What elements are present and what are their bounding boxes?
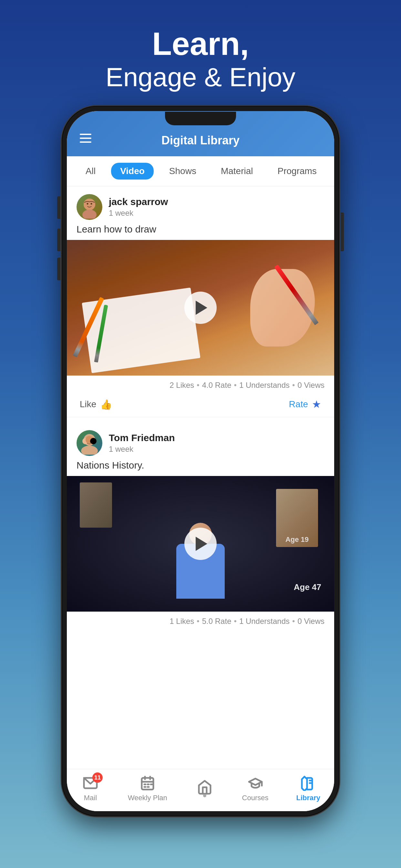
post-2-views: 0 Views [297,617,325,626]
home-icon-wrap [195,779,214,795]
post-2-title: Nations History. [67,460,334,476]
play-button-2[interactable] [184,528,217,560]
dot-3: • [292,381,295,390]
post-1-time: 1 week [109,209,168,218]
header-title: Digital Library [161,134,240,147]
app: Digital Library All Video Shows Material… [67,111,334,811]
mail-badge: 11 [92,772,103,783]
svg-point-1 [84,198,95,210]
post-1-stats: 2 Likes • 4.0 Rate • 1 Understands • 0 V… [67,376,334,395]
play-triangle-1 [196,301,207,315]
nav-label-library: Library [296,794,320,802]
filter-bar: All Video Shows Material Programs [67,156,334,186]
post-2-stats: 1 Likes • 5.0 Rate • 1 Understands • 0 V… [67,612,334,631]
svg-point-4 [91,203,92,205]
filter-tab-all[interactable]: All [76,163,104,180]
dot-6: • [292,617,295,626]
mail-icon-wrap: 11 [81,775,100,791]
courses-icon [248,775,263,791]
play-triangle-2 [196,537,207,551]
phone-wrapper: Digital Library All Video Shows Material… [62,106,339,816]
video-thumb-1[interactable] [67,240,334,376]
nav-item-library[interactable]: Library [296,775,320,802]
post-2-rate: 5.0 Rate [202,617,232,626]
hero-section: Learn, Engage & Enjoy [105,0,296,106]
nav-item-courses[interactable]: Courses [242,775,269,802]
hero-bold: Learn [152,26,240,62]
svg-point-6 [81,445,98,455]
dot-1: • [197,381,199,390]
library-icon [301,775,316,791]
bottom-nav: 11 Mail [67,769,334,811]
star-icon-1: ★ [312,398,321,410]
hero-title-line2: Engage & Enjoy [105,61,296,93]
screen: Digital Library All Video Shows Material… [67,111,334,811]
like-label-1: Like [80,399,96,409]
nav-label-courses: Courses [242,794,269,802]
courses-icon-wrap [246,775,265,791]
rate-button-1[interactable]: Rate ★ [289,398,321,410]
post-1-views: 0 Views [297,381,325,390]
video-thumb-2[interactable]: Age 19 Age 47 [67,476,334,612]
post-1-actions: Like 👍 Rate ★ [67,395,334,417]
hamburger-line-2 [80,137,91,139]
library-icon-wrap [299,775,318,791]
play-button-1[interactable] [184,291,217,324]
svg-point-3 [87,203,89,205]
post-1-rate: 4.0 Rate [202,381,232,390]
post-card-1: jack sparrow 1 week Learn how to draw [67,186,334,417]
avatar-jack [76,194,102,220]
calendar-icon-wrap [138,775,157,791]
post-1-understands: 1 Understands [239,381,289,390]
filter-tab-programs[interactable]: Programs [269,163,326,180]
avatar-tom [76,430,102,456]
filter-tab-video[interactable]: Video [111,163,154,180]
hamburger-menu[interactable] [80,134,91,143]
filter-tab-material[interactable]: Material [212,163,262,180]
hamburger-line-1 [80,134,91,135]
post-2-understands: 1 Understands [239,617,289,626]
notch [165,112,236,125]
avatar-jack-image [78,195,101,219]
post-2-header: Tom Friedman 1 week [67,423,334,460]
nav-item-home[interactable] [195,779,214,798]
post-2-author-info: Tom Friedman 1 week [109,432,175,454]
nav-item-mail[interactable]: 11 Mail [81,775,100,802]
rate-label-1: Rate [289,399,308,409]
nav-item-weekly-plan[interactable]: Weekly Plan [128,775,167,802]
nav-label-mail: Mail [84,794,97,802]
post-1-header: jack sparrow 1 week [67,186,334,224]
filter-tab-shows[interactable]: Shows [160,163,205,180]
post-1-author-name: jack sparrow [109,196,168,207]
thumbs-up-icon-1: 👍 [100,399,112,410]
nav-label-weekly-plan: Weekly Plan [128,794,167,802]
post-2-author-name: Tom Friedman [109,432,175,443]
scroll-content[interactable]: jack sparrow 1 week Learn how to draw [67,186,334,769]
dot-4: • [197,617,199,626]
post-1-title: Learn how to draw [67,224,334,240]
hamburger-line-3 [80,142,91,143]
post-2-likes: 1 Likes [169,617,194,626]
home-icon [197,779,212,795]
svg-point-2 [82,210,96,219]
hero-title-line1: Learn, [105,26,296,61]
post-1-author-info: jack sparrow 1 week [109,196,168,218]
calendar-icon [140,775,155,791]
dot-5: • [234,617,236,626]
like-button-1[interactable]: Like 👍 [80,399,112,410]
post-card-2: Tom Friedman 1 week Nations History. [67,423,334,631]
post-2-time: 1 week [109,445,175,454]
post-1-likes: 2 Likes [169,381,194,390]
dot-2: • [234,381,236,390]
avatar-tom-image [78,431,101,455]
